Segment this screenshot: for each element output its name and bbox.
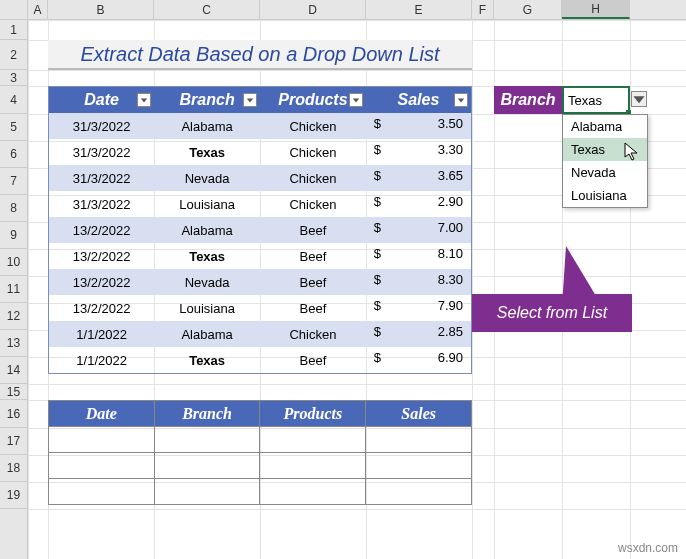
row-header-14[interactable]: 14 [0,357,27,384]
column-header-B[interactable]: B [48,0,154,19]
dropdown-list[interactable]: AlabamaTexasNevadaLouisiana [562,114,648,208]
chevron-down-icon [632,92,646,106]
dropdown-button[interactable] [631,91,647,107]
rth-branch: Branch [154,401,260,427]
watermark: wsxdn.com [618,541,678,555]
column-header-bar: ABCDEFGH [0,0,686,20]
row-header-4[interactable]: 4 [0,86,27,114]
callout-text: Select from List [497,304,607,321]
column-header-H[interactable]: H [562,0,630,19]
column-header-F[interactable]: F [472,0,494,19]
filter-button-date[interactable] [137,93,151,107]
row-header-1[interactable]: 1 [0,20,27,40]
column-header-A[interactable]: A [28,0,48,19]
select-all-corner[interactable] [0,0,28,19]
row-header-12[interactable]: 12 [0,303,27,330]
rth-sales: Sales [366,401,472,427]
row-header-2[interactable]: 2 [0,40,27,70]
dropdown-item[interactable]: Texas [563,138,647,161]
column-header-C[interactable]: C [154,0,260,19]
table-row[interactable] [49,479,472,505]
table-row[interactable]: 31/3/2022AlabamaChicken$3.50 [49,113,472,139]
row-header-15[interactable]: 15 [0,384,27,400]
table-row[interactable]: 1/1/2022TexasBeef$6.90 [49,347,472,374]
title-cell: Extract Data Based on a Drop Down List [48,40,472,70]
table-row[interactable]: 31/3/2022NevadaChicken$3.65 [49,165,472,191]
filter-button-products[interactable] [349,93,363,107]
table-row[interactable]: 1/1/2022AlabamaChicken$2.85 [49,321,472,347]
dropdown-item[interactable]: Louisiana [563,184,647,207]
th-products[interactable]: Products [260,87,366,114]
row-header-19[interactable]: 19 [0,482,27,509]
row-header-6[interactable]: 6 [0,141,27,168]
row-header-13[interactable]: 13 [0,330,27,357]
rth-date: Date [49,401,155,427]
filter-button-sales[interactable] [454,93,468,107]
row-header-10[interactable]: 10 [0,249,27,276]
rth-products: Products [260,401,366,427]
filter-button-branch[interactable] [243,93,257,107]
cell-value: Texas [568,93,602,108]
table-row[interactable]: 13/2/2022TexasBeef$8.10 [49,243,472,269]
table-row[interactable] [49,453,472,479]
row-header-7[interactable]: 7 [0,168,27,195]
row-header-5[interactable]: 5 [0,114,27,141]
dropdown-item[interactable]: Nevada [563,161,647,184]
th-branch[interactable]: Branch [154,87,260,114]
worksheet-grid[interactable]: Extract Data Based on a Drop Down List D… [28,20,686,559]
title-text: Extract Data Based on a Drop Down List [80,43,439,66]
table-row[interactable]: 13/2/2022LouisianaBeef$7.90 [49,295,472,321]
column-header-G[interactable]: G [494,0,562,19]
selected-cell[interactable]: Texas [562,86,630,114]
table-row[interactable] [49,427,472,453]
row-header-9[interactable]: 9 [0,222,27,249]
row-header-11[interactable]: 11 [0,276,27,303]
table-row[interactable]: 31/3/2022LouisianaChicken$2.90 [49,191,472,217]
row-header-bar: 12345678910111213141516171819 [0,20,28,559]
table-row[interactable]: 13/2/2022AlabamaBeef$7.00 [49,217,472,243]
row-header-18[interactable]: 18 [0,455,27,482]
column-header-D[interactable]: D [260,0,366,19]
row-header-8[interactable]: 8 [0,195,27,222]
table-row[interactable]: 13/2/2022NevadaBeef$8.30 [49,269,472,295]
th-date[interactable]: Date [49,87,155,114]
table-row[interactable]: 31/3/2022TexasChicken$3.30 [49,139,472,165]
callout: Select from List [472,294,632,332]
row-header-3[interactable]: 3 [0,70,27,86]
th-sales[interactable]: Sales [366,87,472,114]
dropdown-item[interactable]: Alabama [563,115,647,138]
row-header-16[interactable]: 16 [0,400,27,428]
row-header-17[interactable]: 17 [0,428,27,455]
column-header-E[interactable]: E [366,0,472,19]
result-table: Date Branch Products Sales [48,400,472,505]
branch-label-cell: Branch [494,86,562,114]
data-table: Date Branch Products Sales 31/3/2022Alab… [48,86,472,374]
